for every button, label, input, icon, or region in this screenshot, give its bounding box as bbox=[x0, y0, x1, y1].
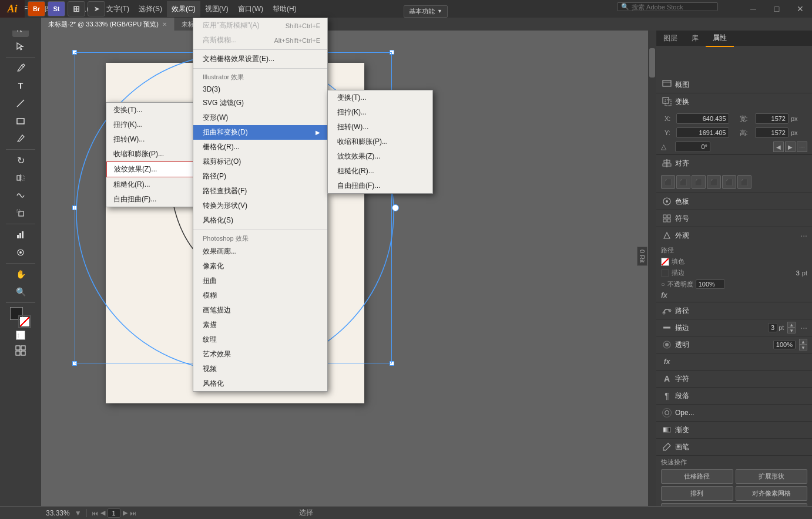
bridge-icon[interactable]: Br bbox=[28, 1, 45, 16]
dsub-twirl[interactable]: 扭转(W)... bbox=[328, 120, 432, 134]
path-header[interactable]: 路径 bbox=[656, 302, 812, 319]
reflect-tool[interactable] bbox=[12, 170, 29, 186]
stroke-header[interactable]: 描边 3 pt ▲ ▼ ··· bbox=[656, 319, 812, 336]
angle-more-btn[interactable]: ⋯ bbox=[797, 141, 807, 152]
h-value[interactable]: 1572 bbox=[755, 127, 789, 138]
workspace-btn[interactable]: 基本功能 ▼ bbox=[404, 5, 448, 18]
minimize-button[interactable]: ─ bbox=[741, 0, 765, 18]
colorboard-header[interactable]: 色板 bbox=[656, 193, 812, 210]
stroke-swatch-prop[interactable] bbox=[661, 269, 669, 277]
transform-header[interactable]: 变换 bbox=[656, 93, 812, 110]
page-num-input[interactable] bbox=[108, 508, 120, 518]
tab-doc1[interactable]: 未标题-2* @ 33.33% (RGB/GPU 预览) ✕ bbox=[41, 18, 175, 31]
edd-rasterize[interactable]: 栅格化(R)... bbox=[193, 140, 327, 154]
tab-library[interactable]: 库 bbox=[685, 31, 706, 46]
edd-pathfinder[interactable]: 路径查找器(F) bbox=[193, 184, 327, 198]
align-v-center-btn[interactable]: ⬛ bbox=[722, 175, 736, 189]
line-tool[interactable] bbox=[12, 95, 29, 112]
page-first-btn[interactable]: ⏮ bbox=[92, 510, 98, 517]
align-h-center-btn[interactable]: ⬛ bbox=[676, 175, 690, 189]
edd-ps-brushstroke[interactable]: 画笔描边 bbox=[193, 303, 327, 318]
edd-ps-pixel[interactable]: 像素化 bbox=[193, 259, 327, 274]
qa-btn1[interactable]: 仕移路径 bbox=[661, 469, 733, 484]
fx-header[interactable]: fx bbox=[656, 353, 812, 370]
rotate-tool[interactable]: ↻ bbox=[12, 152, 29, 168]
workspace-selector[interactable]: 基本功能 ▼ bbox=[404, 5, 448, 18]
edd-gauss[interactable]: 高斯模糊... Alt+Shift+Ctrl+E bbox=[193, 33, 327, 48]
dsub-zigzag[interactable]: 波纹效果(Z)... bbox=[328, 149, 432, 164]
search-input[interactable] bbox=[632, 4, 714, 11]
quick-actions-icon[interactable] bbox=[12, 342, 29, 359]
edd-crop-marks[interactable]: 裁剪标记(O) bbox=[193, 154, 327, 169]
warp-tool[interactable] bbox=[12, 187, 29, 204]
edd-ps-gallery[interactable]: 效果画廊... bbox=[193, 244, 327, 259]
edd-ps-blur[interactable]: 模糊 bbox=[193, 288, 327, 303]
edd-distort[interactable]: 扭曲和变换(D) ▶ bbox=[193, 125, 327, 140]
zoom-tool[interactable]: 🔍 bbox=[12, 284, 29, 300]
w-value[interactable]: 1572 bbox=[755, 113, 789, 124]
x-value[interactable]: 640.435 bbox=[676, 113, 729, 124]
handle-ml[interactable] bbox=[72, 205, 77, 210]
edd-path[interactable]: 路径(P) bbox=[193, 169, 327, 184]
dsub-twist[interactable]: 扭拧(K)... bbox=[328, 105, 432, 120]
graph-tool[interactable] bbox=[12, 227, 29, 243]
overview-header[interactable]: 概图 bbox=[656, 76, 812, 93]
rect-tool[interactable] bbox=[12, 113, 29, 129]
menu-select[interactable]: 选择(S) bbox=[134, 1, 167, 17]
y-value[interactable]: 1691.405 bbox=[676, 127, 729, 138]
dsub-roughen[interactable]: 粗糙化(R)... bbox=[328, 164, 432, 178]
canvas-vscroll[interactable] bbox=[648, 31, 656, 506]
align-top-btn[interactable]: ⬛ bbox=[707, 175, 721, 189]
align-right-btn[interactable]: ⬛ bbox=[692, 175, 706, 189]
align-header[interactable]: 对齐 bbox=[656, 155, 812, 171]
type-tool[interactable]: T bbox=[12, 77, 29, 94]
pencil-tool[interactable] bbox=[12, 130, 29, 147]
page-last-btn[interactable]: ⏭ bbox=[130, 510, 136, 517]
menu-view[interactable]: 视图(V) bbox=[200, 1, 233, 17]
handle-mr[interactable] bbox=[392, 204, 399, 211]
edd-ps-artistic[interactable]: 艺术效果 bbox=[193, 347, 327, 362]
edd-ps-sketch[interactable]: 素描 bbox=[193, 318, 327, 332]
trans-inc-btn[interactable]: ▲ bbox=[799, 339, 807, 345]
stock-icon[interactable]: St bbox=[48, 1, 65, 16]
hand-tool[interactable]: ✋ bbox=[12, 266, 29, 282]
menu-help[interactable]: 帮助(H) bbox=[268, 1, 301, 17]
qa-btn2[interactable]: 扩展形状 bbox=[736, 469, 808, 484]
opentype-header[interactable]: O Ope... bbox=[656, 405, 812, 421]
stroke-val-display[interactable]: 3 bbox=[768, 323, 777, 332]
dsub-transform[interactable]: 变换(T)... bbox=[328, 90, 432, 105]
trans-value[interactable]: 100% bbox=[696, 279, 725, 289]
stroke-value[interactable]: 3 bbox=[796, 269, 800, 277]
edd-deform[interactable]: 变形(W) bbox=[193, 110, 327, 125]
align-bottom-btn[interactable]: ⬛ bbox=[737, 175, 751, 189]
trans-val-display[interactable]: 100% bbox=[773, 340, 796, 349]
maximize-button[interactable]: □ bbox=[765, 0, 788, 18]
tab-properties[interactable]: 属性 bbox=[706, 30, 734, 47]
menu-effect[interactable]: 效果(C) bbox=[167, 1, 200, 17]
scale-tool[interactable] bbox=[12, 205, 29, 221]
edd-convert-shape[interactable]: 转换为形状(V) bbox=[193, 198, 327, 213]
symbol-tool[interactable] bbox=[12, 244, 29, 261]
tab-doc1-close[interactable]: ✕ bbox=[162, 21, 167, 28]
fill-swatch-prop[interactable] bbox=[661, 258, 669, 266]
appearance-dots[interactable]: ··· bbox=[800, 231, 807, 240]
zoom-dropdown-icon[interactable]: ▼ bbox=[75, 509, 82, 517]
handle-br[interactable] bbox=[390, 361, 394, 366]
edd-stylize[interactable]: 风格化(S) bbox=[193, 213, 327, 228]
angle-value[interactable]: 0° bbox=[675, 141, 710, 152]
edd-doc-raster[interactable]: 文档栅格效果设置(E)... bbox=[193, 52, 327, 66]
handle-tr[interactable] bbox=[390, 50, 394, 55]
dsub-free-distort[interactable]: 自由扭曲(F)... bbox=[328, 178, 432, 193]
stroke-dots[interactable]: ··· bbox=[800, 323, 807, 332]
angle-next-btn[interactable]: ▶ bbox=[785, 141, 796, 152]
pen-tool[interactable] bbox=[12, 60, 29, 76]
symbol-header[interactable]: 符号 bbox=[656, 210, 812, 227]
qa-btn4[interactable]: 对齐像素网格 bbox=[736, 486, 808, 501]
edd-apply-gauss[interactable]: 应用"高斯模糊"(A) Shift+Ctrl+E bbox=[193, 18, 327, 33]
vscroll-thumb[interactable] bbox=[649, 48, 655, 77]
grid-icon[interactable]: ⊞ bbox=[68, 1, 85, 16]
appearance-header[interactable]: 外观 ··· bbox=[656, 227, 812, 244]
brush-header[interactable]: 画笔 bbox=[656, 439, 812, 455]
direct-select-tool[interactable] bbox=[12, 38, 29, 55]
trans-dec-btn[interactable]: ▼ bbox=[799, 345, 807, 351]
